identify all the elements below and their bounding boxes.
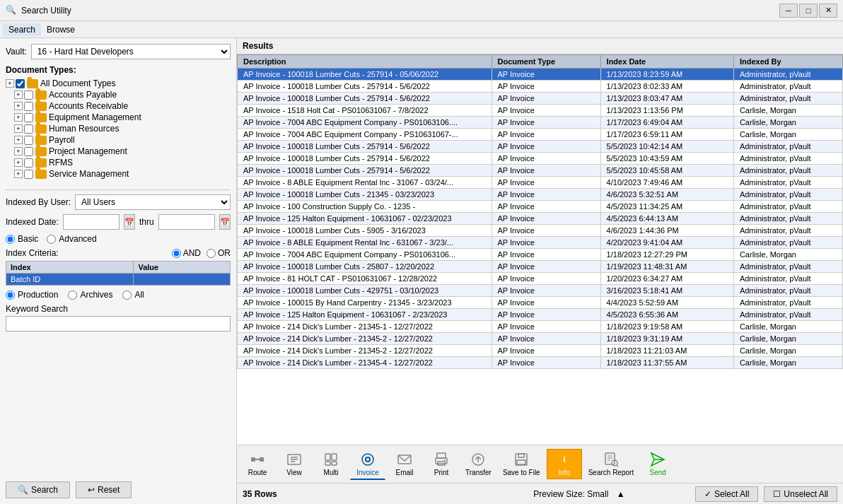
tree-toggle-hr[interactable]: + [14,124,23,133]
tree-item-all[interactable]: + All Document Types [6,78,231,89]
col-header-date[interactable]: Index Date [600,55,733,69]
route-button[interactable]: Route [240,449,275,479]
advanced-radio-label[interactable]: Advanced [47,234,96,244]
tree-item-em[interactable]: + Equipment Management [14,112,231,123]
cell-desc: AP Invoice - 125 Halton Equipment - 1063… [238,213,492,225]
table-row[interactable]: AP Invoice - 214 Dick's Lumber - 21345-4… [238,357,843,369]
tree-item-py[interactable]: + Payroll [14,134,231,146]
results-table-container[interactable]: Description Document Type Index Date Ind… [237,54,843,445]
table-row[interactable]: AP Invoice - 8 ABLE Equipment Rental Inc… [238,237,843,249]
archives-radio-label[interactable]: Archives [68,290,112,300]
tree-toggle-py[interactable]: + [14,136,23,144]
or-radio[interactable] [207,249,216,258]
table-row[interactable]: AP Invoice - 100 Construction Supply Co.… [238,201,843,213]
or-radio-label[interactable]: OR [207,248,231,258]
tree-toggle-all[interactable]: + [6,79,14,88]
menu-search[interactable]: Search [3,23,41,36]
tree-checkbox-ar[interactable] [24,102,33,111]
date-from-button[interactable]: 📅 [124,214,135,230]
table-row[interactable]: AP Invoice - 214 Dick's Lumber - 21345-2… [238,345,843,357]
production-radio-label[interactable]: Production [6,290,58,300]
production-radio[interactable] [6,291,15,300]
table-row[interactable]: AP Invoice - 81 HOLT CAT - PS010631067 -… [238,273,843,285]
tree-checkbox-all[interactable] [16,79,25,88]
col-header-type[interactable]: Document Type [492,55,600,69]
table-row[interactable]: AP Invoice - 214 Dick's Lumber - 21345-1… [238,321,843,333]
table-row[interactable]: AP Invoice - 100018 Lumber Cuts - 257914… [238,153,843,165]
indexed-date-from[interactable] [63,214,120,230]
table-row[interactable]: AP Invoice - 100018 Lumber Cuts - 257914… [238,141,843,153]
tree-item-ar[interactable]: + Accounts Receivable [14,100,231,112]
table-row[interactable]: AP Invoice - 100018 Lumber Cuts - 257914… [238,165,843,177]
table-row[interactable]: AP Invoice - 100015 By Hand Carpentry - … [238,297,843,309]
indexed-by-select[interactable]: All Users [75,194,231,210]
table-row[interactable]: AP Invoice - 7004 ABC Equipment Company … [238,117,843,129]
vault-select[interactable]: 16 - Hard Hat Developers [31,44,231,59]
tree-checkbox-em[interactable] [24,113,33,122]
transfer-button[interactable]: Transfer [460,449,496,479]
tree-checkbox-hr[interactable] [24,124,33,134]
criteria-row-1[interactable]: Batch ID [6,274,231,286]
search-button[interactable]: 🔍 Search [6,481,70,498]
tree-checkbox-py[interactable] [24,136,33,145]
all-radio-label[interactable]: All [122,290,144,300]
table-row[interactable]: AP Invoice - 7004 ABC Equipment Company … [238,129,843,141]
table-row[interactable]: AP Invoice - 100018 Lumber Cuts - 5905 -… [238,225,843,237]
tree-item-pm[interactable]: + Project Management [14,146,231,157]
tree-item-sm[interactable]: + Service Management [14,168,231,180]
print-button[interactable]: Print [424,449,459,479]
tree-checkbox-pm[interactable] [24,147,33,156]
tree-toggle-ap[interactable]: + [14,90,23,99]
email-button[interactable]: Email [387,449,422,479]
minimize-button[interactable]: ─ [779,4,798,18]
tree-checkbox-sm[interactable] [24,170,33,179]
send-button[interactable]: Send [640,449,675,479]
all-radio[interactable] [122,291,132,300]
tree-toggle-pm[interactable]: + [14,147,23,156]
tree-toggle-ar[interactable]: + [14,102,23,110]
close-button[interactable]: ✕ [819,4,837,18]
reset-button[interactable]: ↩ Reset [76,481,132,498]
tree-toggle-rfms[interactable]: + [14,158,23,167]
tree-checkbox-ap[interactable] [24,90,33,100]
table-row[interactable]: AP Invoice - 1518 Holt Cat - PS010631067… [238,105,843,117]
table-row[interactable]: AP Invoice - 214 Dick's Lumber - 21345-2… [238,333,843,345]
archives-radio[interactable] [68,291,77,300]
table-row[interactable]: AP Invoice - 100018 Lumber Cuts - 25807 … [238,261,843,273]
select-all-button[interactable]: ✓ Select All [695,486,758,502]
table-row[interactable]: AP Invoice - 100018 Lumber Cuts - 257914… [238,69,843,81]
menu-browse[interactable]: Browse [41,23,81,36]
table-row[interactable]: AP Invoice - 100018 Lumber Cuts - 257914… [238,93,843,105]
save-to-file-button[interactable]: Save to File [498,449,545,479]
and-radio[interactable] [172,249,181,258]
table-row[interactable]: AP Invoice - 125 Halton Equipment - 1063… [238,213,843,225]
keyword-input[interactable] [6,316,231,332]
date-to-button[interactable]: 📅 [219,214,231,230]
multi-button[interactable]: Multi [313,449,349,479]
col-header-by[interactable]: Indexed By [733,55,842,69]
advanced-radio[interactable] [47,235,56,244]
basic-radio[interactable] [6,235,15,244]
search-report-button[interactable]: Search Report [583,449,639,479]
invoice-button[interactable]: Invoice [350,449,385,480]
indexed-date-to[interactable] [158,214,215,230]
tree-toggle-sm[interactable]: + [14,170,23,178]
info-button[interactable]: i Info [547,449,582,479]
table-row[interactable]: AP Invoice - 100018 Lumber Cuts - 257914… [238,81,843,93]
table-row[interactable]: AP Invoice - 7004 ABC Equipment Company … [238,249,843,261]
tree-item-rfms[interactable]: + RFMS [14,157,231,168]
table-row[interactable]: AP Invoice - 8 ABLE Equipment Rental Inc… [238,177,843,189]
basic-radio-label[interactable]: Basic [6,234,38,244]
view-button[interactable]: View [277,449,312,479]
table-row[interactable]: AP Invoice - 100018 Lumber Cuts - 21345 … [238,189,843,201]
tree-toggle-em[interactable]: + [14,113,23,122]
table-row[interactable]: AP Invoice - 125 Halton Equipment - 1063… [238,309,843,321]
tree-checkbox-rfms[interactable] [24,158,33,168]
tree-item-hr[interactable]: + Human Resources [14,123,231,134]
unselect-all-button[interactable]: ☐ Unselect All [764,486,837,502]
col-header-desc[interactable]: Description [238,55,492,69]
maximize-button[interactable]: □ [799,4,818,18]
and-radio-label[interactable]: AND [172,248,201,258]
table-row[interactable]: AP Invoice - 100018 Lumber Cuts - 429751… [238,285,843,297]
tree-item-ap[interactable]: + Accounts Payable [14,89,231,100]
